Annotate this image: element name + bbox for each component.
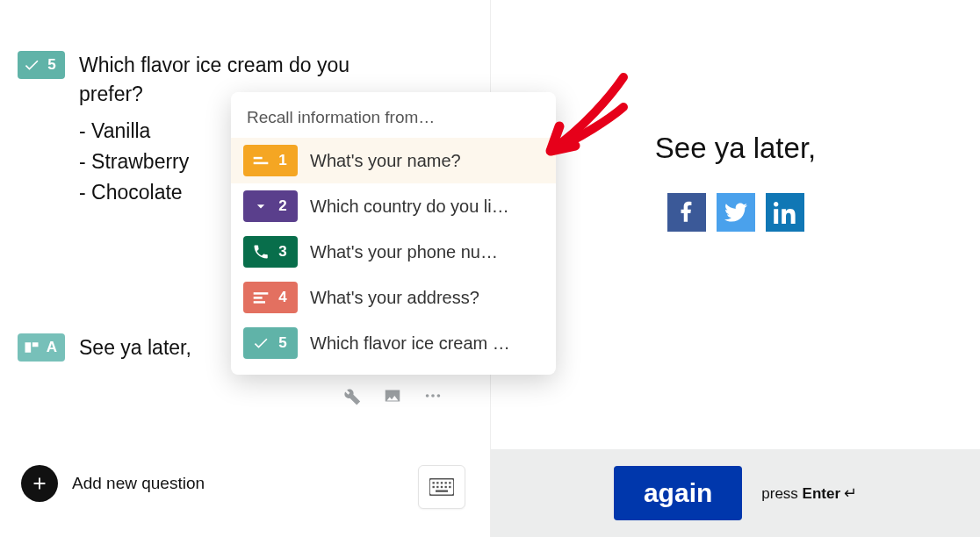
svg-point-0 (426, 394, 429, 397)
recall-item-badge: 5 (243, 327, 298, 359)
image-icon (383, 386, 402, 405)
recall-list: 1What's your name?2Which country do you … (231, 138, 556, 366)
return-icon: ↵ (844, 484, 857, 502)
ending-badge: A (18, 333, 65, 362)
hint-prefix: press (761, 485, 802, 502)
recall-item-label: What's your address? (310, 288, 544, 308)
recall-popup: Recall information from… 1What's your na… (231, 92, 556, 375)
recall-item-label: Which country do you li… (310, 197, 544, 217)
hint-key: Enter (803, 485, 840, 502)
recall-item-badge: 3 (243, 236, 298, 268)
linkedin-button[interactable] (766, 193, 804, 232)
image-button[interactable] (383, 386, 402, 405)
svg-point-1 (431, 394, 435, 397)
more-button[interactable] (423, 386, 443, 405)
add-question-label: Add new question (72, 474, 205, 493)
ellipsis-icon (423, 386, 443, 405)
svg-rect-10 (436, 486, 438, 488)
svg-rect-15 (254, 157, 263, 160)
linkedin-icon (774, 201, 796, 224)
enter-hint: press Enter↵ (761, 483, 857, 503)
svg-rect-18 (254, 297, 263, 299)
plus-icon (30, 474, 49, 493)
plus-icon-circle (21, 465, 58, 502)
svg-rect-4 (433, 482, 435, 483)
recall-item-label: Which flavor ice cream … (310, 333, 544, 354)
facebook-icon (675, 201, 698, 224)
svg-rect-7 (445, 482, 447, 483)
recall-item-number: 4 (277, 289, 289, 306)
check-icon (252, 334, 270, 352)
recall-item-number: 2 (277, 197, 289, 215)
ending-text: See ya later, (79, 333, 191, 362)
short-text-icon (252, 152, 270, 169)
settings-button[interactable] (342, 386, 362, 405)
svg-rect-19 (254, 301, 265, 304)
chevron-down-icon (252, 197, 270, 215)
facebook-button[interactable] (667, 193, 706, 232)
twitter-button[interactable] (717, 193, 755, 232)
recall-item-badge: 4 (243, 282, 298, 313)
check-icon (23, 56, 40, 74)
recall-item-label: What's your name? (310, 151, 544, 171)
recall-item-badge: 2 (243, 190, 298, 222)
wrench-icon (342, 386, 362, 405)
svg-rect-11 (441, 486, 443, 488)
again-button[interactable]: again (614, 466, 742, 520)
recall-item-number: 1 (277, 152, 289, 169)
recall-item-number: 3 (277, 243, 289, 261)
svg-rect-14 (436, 490, 448, 492)
recall-item[interactable]: 2Which country do you li… (231, 183, 556, 229)
question-badge-5: 5 (18, 51, 65, 79)
svg-rect-13 (449, 486, 450, 488)
long-text-icon (252, 289, 270, 306)
recall-item-label: What's your phone nu… (310, 242, 544, 262)
svg-rect-8 (449, 482, 450, 483)
preview-footer: again press Enter↵ (491, 449, 980, 537)
svg-point-2 (437, 394, 441, 397)
social-buttons (491, 193, 980, 232)
svg-rect-5 (436, 482, 438, 483)
recall-item-number: 5 (277, 334, 289, 352)
layout-icon (23, 339, 40, 356)
question-number: 5 (46, 56, 58, 74)
block-toolbar (342, 386, 443, 405)
svg-rect-17 (254, 292, 269, 295)
preview-text: See ya later, (491, 132, 980, 165)
twitter-icon (724, 201, 747, 224)
recall-item-badge: 1 (243, 145, 298, 176)
recall-popup-title: Recall information from… (231, 104, 556, 138)
preview-pane: See ya later, again press Enter↵ (490, 0, 980, 537)
recall-item[interactable]: 4What's your address? (231, 275, 556, 320)
question-block-a[interactable]: A See ya later, (18, 333, 191, 362)
keyboard-button[interactable] (418, 465, 465, 509)
svg-rect-9 (433, 486, 435, 488)
add-question-button[interactable]: Add new question (21, 465, 205, 502)
svg-rect-6 (441, 482, 443, 483)
svg-rect-12 (445, 486, 447, 488)
phone-icon (252, 243, 270, 261)
ending-title: See ya later, (79, 333, 191, 362)
recall-item[interactable]: 5Which flavor ice cream … (231, 320, 556, 366)
recall-item[interactable]: 3What's your phone nu… (231, 229, 556, 275)
ending-letter: A (46, 339, 58, 356)
recall-item[interactable]: 1What's your name? (231, 138, 556, 183)
svg-rect-16 (254, 162, 269, 165)
keyboard-icon (429, 478, 454, 496)
